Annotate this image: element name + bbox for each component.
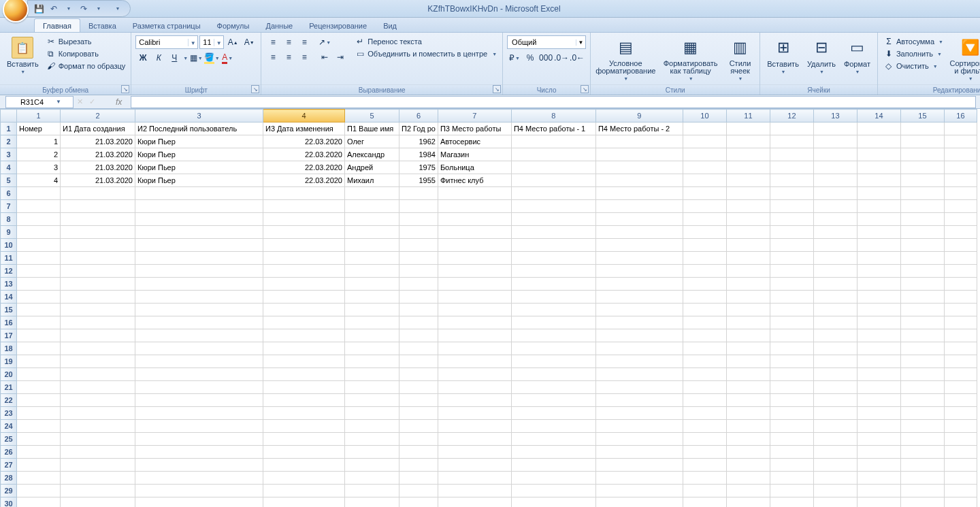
- cell[interactable]: [438, 355, 511, 368]
- cell[interactable]: [438, 316, 511, 329]
- cell[interactable]: [135, 342, 263, 355]
- cell[interactable]: [726, 291, 770, 304]
- cell[interactable]: [595, 316, 683, 329]
- cell[interactable]: [135, 187, 263, 200]
- cell[interactable]: [857, 368, 900, 381]
- decrease-indent-button[interactable]: ⇤: [317, 50, 332, 64]
- cell[interactable]: [726, 148, 770, 161]
- cell[interactable]: [944, 459, 977, 472]
- col-header-4[interactable]: 4: [263, 110, 345, 122]
- cell[interactable]: [399, 213, 438, 226]
- cell[interactable]: [399, 472, 438, 485]
- cell[interactable]: [726, 459, 770, 472]
- row-header-10[interactable]: 10: [1, 239, 17, 252]
- cell[interactable]: [345, 213, 399, 226]
- orientation-button[interactable]: ↗▼: [317, 35, 332, 49]
- col-header-9[interactable]: 9: [595, 110, 683, 122]
- cell[interactable]: Кюри Пьер: [135, 148, 263, 161]
- cell[interactable]: Кюри Пьер: [135, 135, 263, 148]
- cell[interactable]: [813, 329, 857, 342]
- cell[interactable]: [595, 161, 683, 174]
- row-header-25[interactable]: 25: [1, 433, 17, 446]
- cell[interactable]: [813, 381, 857, 394]
- cell[interactable]: [944, 316, 977, 329]
- row-header-16[interactable]: 16: [1, 316, 17, 329]
- cell[interactable]: 3: [17, 161, 61, 174]
- cell[interactable]: [135, 278, 263, 291]
- cell[interactable]: [857, 148, 900, 161]
- cell[interactable]: [900, 187, 944, 200]
- cell[interactable]: [345, 446, 399, 459]
- cell[interactable]: [595, 200, 683, 213]
- cell[interactable]: [813, 135, 857, 148]
- row-header-18[interactable]: 18: [1, 342, 17, 355]
- cell[interactable]: [857, 122, 900, 135]
- cell[interactable]: [726, 420, 770, 433]
- cell[interactable]: [683, 291, 726, 304]
- cell[interactable]: [263, 187, 345, 200]
- cell[interactable]: [770, 459, 813, 472]
- cell[interactable]: [263, 394, 345, 407]
- copy-button[interactable]: ⧉Копировать: [44, 48, 127, 60]
- cell[interactable]: [944, 394, 977, 407]
- cell-styles-button[interactable]: ▥Стили ячеек▼: [725, 35, 755, 82]
- format-painter-button[interactable]: 🖌Формат по образцу: [44, 60, 127, 72]
- cell[interactable]: [813, 472, 857, 485]
- cell[interactable]: [900, 497, 944, 508]
- cell[interactable]: [438, 342, 511, 355]
- cell[interactable]: [857, 497, 900, 508]
- cell[interactable]: [900, 394, 944, 407]
- cell[interactable]: Автосервис: [438, 135, 511, 148]
- cell[interactable]: [726, 161, 770, 174]
- cell[interactable]: [511, 342, 595, 355]
- cell[interactable]: [438, 278, 511, 291]
- cell[interactable]: [944, 122, 977, 135]
- cell[interactable]: [263, 355, 345, 368]
- cell[interactable]: [683, 381, 726, 394]
- cell[interactable]: [683, 342, 726, 355]
- cell[interactable]: [813, 355, 857, 368]
- cell[interactable]: [17, 394, 61, 407]
- cell[interactable]: [770, 200, 813, 213]
- cell[interactable]: [726, 433, 770, 446]
- cell[interactable]: [438, 485, 511, 497]
- cell[interactable]: [263, 472, 345, 485]
- cell[interactable]: [511, 472, 595, 485]
- cell[interactable]: [61, 278, 135, 291]
- cell[interactable]: [683, 213, 726, 226]
- cell[interactable]: [17, 187, 61, 200]
- cell[interactable]: [683, 433, 726, 446]
- cell[interactable]: [683, 200, 726, 213]
- cell[interactable]: [857, 342, 900, 355]
- cell[interactable]: 22.03.2020: [263, 161, 345, 174]
- cell[interactable]: [726, 252, 770, 265]
- cell[interactable]: [770, 122, 813, 135]
- row-header-19[interactable]: 19: [1, 355, 17, 368]
- cell[interactable]: [857, 394, 900, 407]
- cell[interactable]: [511, 187, 595, 200]
- cell[interactable]: [61, 355, 135, 368]
- cell[interactable]: [399, 355, 438, 368]
- cell[interactable]: И2 Последний пользователь: [135, 122, 263, 135]
- cell[interactable]: [17, 226, 61, 239]
- cell[interactable]: [135, 407, 263, 420]
- tab-данные[interactable]: Данные: [257, 19, 301, 32]
- qat-customize-dropdown[interactable]: ▼: [112, 3, 123, 14]
- col-header-8[interactable]: 8: [511, 110, 595, 122]
- cell[interactable]: [726, 213, 770, 226]
- cell[interactable]: [770, 265, 813, 278]
- cell[interactable]: [595, 213, 683, 226]
- col-header-13[interactable]: 13: [813, 110, 857, 122]
- cell[interactable]: [726, 368, 770, 381]
- col-header-16[interactable]: 16: [944, 110, 977, 122]
- cell[interactable]: [399, 278, 438, 291]
- row-header-2[interactable]: 2: [1, 135, 17, 148]
- tab-разметка страницы[interactable]: Разметка страницы: [125, 19, 209, 32]
- cell[interactable]: [813, 316, 857, 329]
- cell[interactable]: [399, 316, 438, 329]
- col-header-7[interactable]: 7: [438, 110, 511, 122]
- cell[interactable]: [900, 265, 944, 278]
- cell[interactable]: [813, 265, 857, 278]
- cell[interactable]: [345, 342, 399, 355]
- cell[interactable]: [900, 122, 944, 135]
